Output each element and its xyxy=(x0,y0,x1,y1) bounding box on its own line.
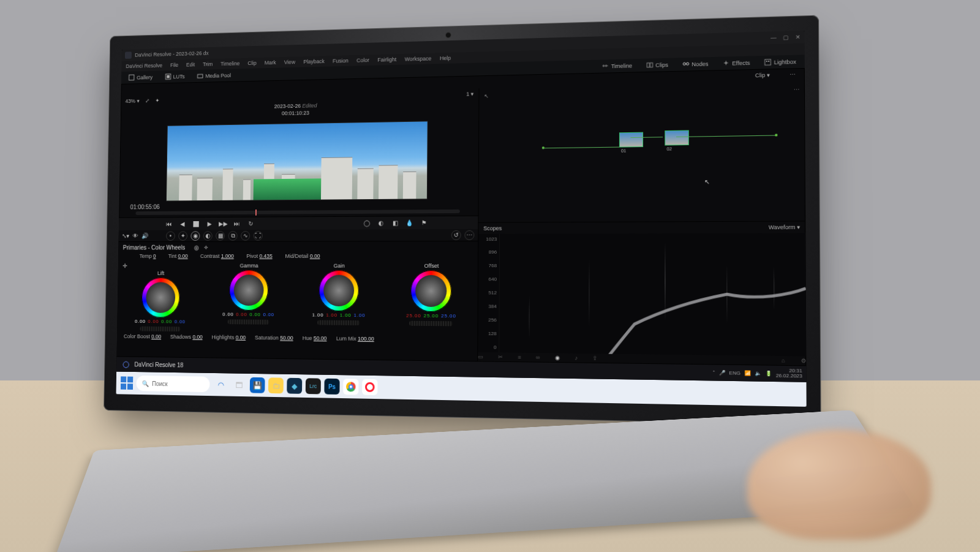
tool-drop-icon[interactable]: 💧 xyxy=(405,219,414,227)
tab-media-pool[interactable]: Media Pool xyxy=(193,70,235,81)
tool-wipe-icon[interactable]: ◧ xyxy=(391,219,399,227)
tray-chevron-icon[interactable]: ˄ xyxy=(712,369,715,375)
pivot-param[interactable]: Pivot 0.435 xyxy=(246,253,272,259)
hue-param[interactable]: Hue 50.00 xyxy=(303,335,327,341)
dots-icon[interactable]: ⋯ xyxy=(794,86,800,93)
wheel-values[interactable]: 1.001.001.001.00 xyxy=(312,312,366,319)
eye-icon[interactable]: 👁 xyxy=(132,233,138,240)
picker-icon[interactable]: ⤡▾ xyxy=(122,233,129,240)
node[interactable] xyxy=(665,130,690,146)
photoshop-icon[interactable]: Ps xyxy=(324,379,339,395)
reset-icon[interactable]: ↺ xyxy=(451,230,461,240)
lang-indicator[interactable]: ENG xyxy=(729,370,740,376)
color-wheel[interactable] xyxy=(141,278,179,318)
node-graph[interactable]: ↖ xyxy=(478,98,805,223)
page-edit-icon[interactable]: ≡ xyxy=(518,354,521,360)
page-fairlight-icon[interactable]: ♪ xyxy=(575,355,578,361)
first-frame-icon[interactable]: ⏮ xyxy=(165,220,173,229)
mode-dot[interactable]: ◐ xyxy=(203,231,213,241)
tab-lightbox[interactable]: Lightbox xyxy=(760,56,801,67)
menu-item[interactable]: Mark xyxy=(265,59,276,66)
lummix-param[interactable]: Lum Mix 100.00 xyxy=(336,336,374,342)
colorboost-param[interactable]: Color Boost 0.00 xyxy=(124,333,161,339)
play-icon[interactable]: ▶ xyxy=(205,219,213,228)
page-deliver-icon[interactable]: ⇪ xyxy=(593,355,598,361)
start-button[interactable] xyxy=(121,376,133,390)
app-icon[interactable]: 🗔 xyxy=(232,377,247,393)
menu-item[interactable]: DaVinci Resolve xyxy=(126,62,162,69)
gear-icon[interactable]: ⚙ xyxy=(801,358,807,365)
taskbar-search[interactable]: 🔍 Поиск xyxy=(136,376,209,392)
mic-icon[interactable]: 🎤 xyxy=(718,369,725,376)
target-icon[interactable]: ✛ xyxy=(123,263,127,270)
jog-wheel[interactable] xyxy=(140,327,180,331)
tool-circle-icon[interactable]: ◯ xyxy=(363,219,371,227)
mode-dot[interactable]: ▦ xyxy=(216,231,225,241)
loop-icon[interactable]: ↻ xyxy=(246,219,254,228)
temp-param[interactable]: Temp 0 xyxy=(140,253,156,259)
menu-item[interactable]: Edit xyxy=(186,62,195,68)
tab-nodes[interactable]: Nodes xyxy=(678,58,713,70)
wand-icon[interactable]: ✦ xyxy=(155,97,159,104)
app-icon[interactable]: ◠ xyxy=(213,377,228,393)
viewer-frame[interactable] xyxy=(166,121,428,202)
chrome-icon[interactable] xyxy=(343,379,358,395)
menu-item[interactable]: Fusion xyxy=(333,58,349,64)
menu-item[interactable]: Color xyxy=(356,57,369,63)
contrast-param[interactable]: Contrast 1.000 xyxy=(200,253,234,259)
file-explorer-icon[interactable]: 🗀 xyxy=(268,377,284,393)
scope-mode[interactable]: Waveform ▾ xyxy=(769,224,801,230)
more-icon[interactable]: ⋯ xyxy=(790,71,796,78)
last-frame-icon[interactable]: ⏭ xyxy=(233,219,241,228)
tab-timeline[interactable]: Timeline xyxy=(597,60,636,72)
mode-dot[interactable]: ∿ xyxy=(241,231,250,241)
lightroom-icon[interactable]: Lrc xyxy=(306,378,321,394)
menu-item[interactable]: Clip xyxy=(247,60,257,66)
mode-dot[interactable]: ◉ xyxy=(190,231,200,241)
middetail-param[interactable]: Mid/Detail 0.00 xyxy=(285,253,320,259)
highlights-param[interactable]: Highlights 0.00 xyxy=(211,334,246,340)
page-media-icon[interactable]: ▭ xyxy=(478,354,483,360)
close-icon[interactable]: ✕ xyxy=(796,34,801,40)
tint-param[interactable]: Tint 0.00 xyxy=(168,253,188,259)
volume-icon[interactable]: 🔈 xyxy=(755,370,761,376)
color-wheel[interactable] xyxy=(318,270,359,312)
stop-icon[interactable] xyxy=(192,220,200,229)
mode-dot[interactable]: ⛶ xyxy=(254,231,263,241)
zoom-level[interactable]: 43% ▾ xyxy=(126,98,140,104)
wheel-values[interactable]: 0.000.000.000.00 xyxy=(222,312,274,317)
menu-item[interactable]: Help xyxy=(440,55,451,61)
waveform-scope[interactable] xyxy=(499,233,806,357)
jog-wheel[interactable] xyxy=(317,320,360,326)
home-icon[interactable]: ⌂ xyxy=(782,357,785,364)
jog-wheel[interactable] xyxy=(228,319,270,324)
tab-effects[interactable]: Effects xyxy=(718,57,754,69)
battery-icon[interactable]: 🔋 xyxy=(766,370,772,376)
options-icon[interactable]: ⋯ xyxy=(465,230,475,240)
maximize-icon[interactable]: ▢ xyxy=(783,34,789,41)
step-back-icon[interactable]: ◀ xyxy=(178,220,186,229)
jog-wheel[interactable] xyxy=(409,321,453,327)
color-wheel[interactable] xyxy=(411,270,452,312)
tab-luts[interactable]: LUTs xyxy=(161,71,189,81)
wifi-icon[interactable]: 📶 xyxy=(744,370,751,376)
tool-split-icon[interactable]: ◐ xyxy=(377,219,385,227)
menu-item[interactable]: Workspace xyxy=(405,56,432,62)
page-cut-icon[interactable]: ✂ xyxy=(498,354,503,360)
menu-item[interactable]: Timeline xyxy=(221,61,239,67)
color-wheel[interactable] xyxy=(229,270,269,311)
menu-item[interactable]: View xyxy=(284,59,295,65)
app-icon[interactable]: ◆ xyxy=(287,378,302,394)
speaker-icon[interactable]: 🔊 xyxy=(141,233,148,240)
clip-menu[interactable]: Clip ▾ xyxy=(755,72,770,78)
page-color-icon[interactable]: ◉ xyxy=(555,355,560,361)
menu-item[interactable]: Trim xyxy=(203,61,213,67)
mode-dot[interactable]: • xyxy=(166,231,175,240)
mode-dot[interactable]: ✦ xyxy=(178,231,187,240)
step-fwd-icon[interactable]: ▶▶ xyxy=(219,219,227,228)
app-icon[interactable]: 💾 xyxy=(250,377,265,393)
pointer-icon[interactable]: ↖ xyxy=(484,93,489,99)
tab-gallery[interactable]: Gallery xyxy=(124,72,156,82)
tab-clips[interactable]: Clips xyxy=(642,59,673,70)
tool-flag-icon[interactable]: ⚑ xyxy=(420,219,428,227)
